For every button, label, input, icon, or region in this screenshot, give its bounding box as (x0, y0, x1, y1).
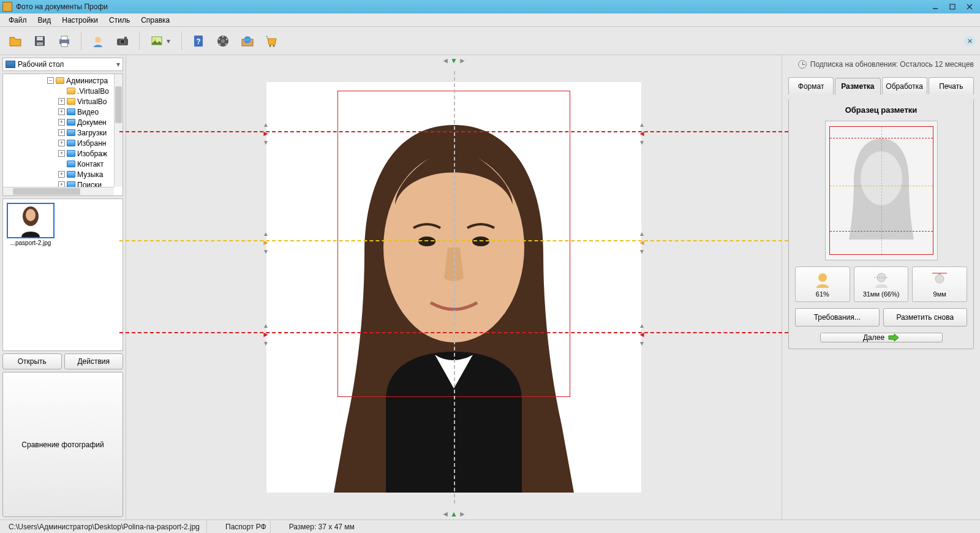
tree-node-label[interactable]: Контакт (77, 160, 104, 168)
guide-handle[interactable]: ▲◄▼ (638, 230, 646, 255)
tree-expand-icon[interactable]: + (58, 108, 65, 115)
clock-icon (798, 60, 807, 69)
face-detect-button[interactable] (88, 31, 108, 51)
image-dropdown-button[interactable]: ▾ (146, 31, 175, 51)
tab-print[interactable]: Печать (929, 77, 974, 94)
menu-file[interactable]: Файл (4, 15, 32, 26)
thumbnail-item[interactable]: ...pasport-2.jpg (7, 203, 55, 246)
requirements-label: Требования... (814, 313, 861, 322)
help-button[interactable]: ? (188, 31, 209, 51)
actions-button[interactable]: Действия (64, 353, 124, 369)
menu-help[interactable]: Справка (136, 15, 175, 26)
toolbar: ▾ ? ✕ (0, 27, 980, 55)
chevron-down-icon: ▾ (167, 37, 170, 45)
right-panel: Подписка на обновления: Осталось 12 меся… (782, 55, 980, 520)
open-folder-button[interactable] (5, 31, 26, 51)
canvas-area: ◄▼► (126, 55, 782, 520)
toolbar-separator (81, 32, 81, 50)
svg-rect-5 (37, 37, 43, 40)
world-button[interactable] (237, 31, 258, 51)
tree-node-label[interactable]: VirtualBo (77, 97, 107, 106)
tree-expand-icon[interactable]: + (58, 98, 65, 105)
metric-value: 9мм (933, 290, 946, 298)
maximize-button[interactable] (944, 1, 960, 12)
thumbnail-caption: ...pasport-2.jpg (7, 240, 55, 246)
tree-node-label[interactable]: Администра (66, 77, 108, 85)
guide-handle[interactable]: ▲◄▼ (638, 322, 646, 347)
chin-guide[interactable] (119, 332, 788, 333)
metric-top-margin[interactable]: 9мм (912, 266, 967, 302)
status-doc: Паспорт РФ (222, 520, 271, 533)
toolbar-separator (139, 32, 140, 50)
tab-format[interactable]: Формат (788, 77, 834, 94)
save-button[interactable] (29, 31, 50, 51)
actions-button-label: Действия (77, 357, 110, 366)
close-button[interactable] (962, 1, 978, 12)
shop-button[interactable] (262, 31, 282, 51)
tree-collapse-icon[interactable]: − (47, 77, 54, 84)
menu-view[interactable]: Вид (33, 15, 56, 26)
requirements-button[interactable]: Требования... (795, 308, 880, 327)
guide-handle[interactable]: ▲►▼ (262, 322, 270, 347)
metric-eye-line[interactable]: 31мм (66%) (854, 266, 909, 302)
guide-handle[interactable]: ▲►▼ (262, 121, 270, 146)
open-button-label: Открыть (18, 357, 47, 366)
arrow-right-icon (888, 333, 899, 342)
tab-markup[interactable]: Разметка (835, 78, 880, 95)
status-size: Размер: 37 x 47 мм (285, 520, 358, 533)
svg-point-35 (861, 151, 902, 205)
tree-node-label[interactable]: Музыка (77, 170, 103, 179)
tree-node-label[interactable]: Избранн (77, 139, 106, 148)
folder-tree[interactable]: −Администра .VirtualBo +VirtualBo +Видео… (2, 74, 123, 196)
svg-point-12 (120, 39, 125, 44)
photo-workspace[interactable] (266, 82, 641, 493)
minimize-button[interactable] (927, 1, 943, 12)
tree-node-label[interactable]: Докумен (77, 118, 107, 127)
vertical-center-guide[interactable] (454, 71, 455, 504)
preview-head-icon (842, 132, 921, 243)
bottom-center-handle[interactable]: ◄▲► (442, 510, 466, 518)
svg-point-39 (935, 274, 944, 283)
svg-point-28 (273, 45, 275, 47)
tree-node-label[interactable]: Загрузки (77, 129, 107, 137)
tree-node-label[interactable]: .VirtualBo (77, 87, 109, 96)
print-button[interactable] (54, 31, 75, 51)
next-button[interactable]: Далее (820, 333, 943, 342)
thumbnail-image (7, 203, 55, 238)
tree-node-label[interactable]: Изображ (77, 149, 107, 158)
camera-button[interactable] (112, 31, 133, 51)
tree-node-label[interactable]: Видео (77, 108, 99, 116)
tree-scrollbar-vertical[interactable] (114, 74, 123, 187)
menu-settings[interactable]: Настройки (57, 15, 103, 26)
folder-icon (67, 150, 75, 157)
tree-expand-icon[interactable]: + (58, 150, 65, 157)
tree-expand-icon[interactable]: + (58, 171, 65, 178)
svg-point-36 (818, 273, 827, 282)
sidebar: Рабочий стол ▾ −Администра .VirtualBo +V… (0, 55, 126, 520)
compare-button[interactable]: Сравнение фотографий (2, 372, 123, 517)
next-label: Далее (863, 333, 884, 342)
top-center-handle[interactable]: ◄▼► (442, 56, 466, 65)
video-button[interactable] (213, 31, 233, 51)
folder-icon (67, 161, 75, 167)
breadcrumb[interactable]: Рабочий стол ▾ (2, 58, 123, 71)
top-head-guide[interactable] (119, 131, 788, 132)
folder-icon (67, 108, 75, 115)
tree-expand-icon[interactable]: + (58, 140, 65, 146)
guide-handle[interactable]: ▲►▼ (262, 230, 270, 255)
tab-processing[interactable]: Обработка (882, 77, 927, 94)
tree-scrollbar-horizontal[interactable] (3, 187, 114, 195)
tree-expand-icon[interactable]: + (58, 119, 65, 126)
guide-handle[interactable]: ▲◄▼ (638, 121, 646, 146)
metric-value: 61% (816, 290, 829, 298)
metric-head-ratio[interactable]: 61% (795, 266, 850, 302)
menu-style[interactable]: Стиль (104, 15, 135, 26)
metrics-row: 61% 31мм (66%) 9мм (795, 266, 967, 302)
tree-expand-icon[interactable]: + (58, 129, 65, 136)
eye-line-guide[interactable] (119, 240, 788, 241)
open-button[interactable]: Открыть (2, 353, 62, 369)
folder-icon (67, 98, 75, 105)
thumbnails-panel: ...pasport-2.jpg (2, 198, 123, 351)
remark-button[interactable]: Разметить снова (883, 308, 968, 327)
toolbar-close-icon[interactable]: ✕ (964, 36, 975, 47)
